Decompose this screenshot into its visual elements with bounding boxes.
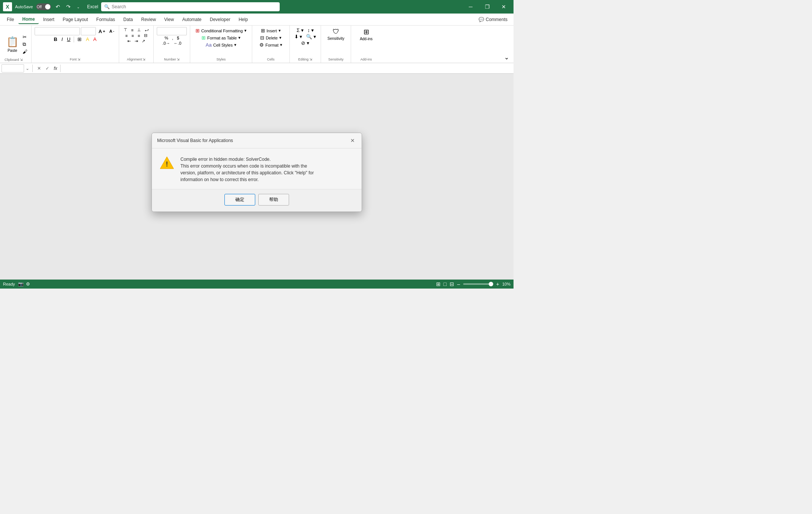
- formula-cancel-button[interactable]: ✕: [36, 65, 42, 72]
- align-middle-button[interactable]: ≡: [130, 27, 135, 33]
- align-left-button[interactable]: ≡: [124, 33, 129, 38]
- menu-automate[interactable]: Automate: [179, 15, 205, 24]
- ribbon-editing: Σ ▾ ↕ ▾ ⬇ ▾ 🔍 ▾ ⊘ ▾ Editing ⇲: [290, 26, 321, 63]
- format-as-table-button[interactable]: ⊞ Format as Table ▾: [199, 34, 243, 41]
- align-bottom-button[interactable]: ⊥: [136, 27, 142, 33]
- autosave-toggle[interactable]: Off: [36, 3, 51, 10]
- font-color-button[interactable]: A: [92, 36, 98, 42]
- sensitivity-group-label: Sensitivity: [328, 57, 344, 61]
- italic-button[interactable]: I: [60, 36, 64, 42]
- dialog-ok-button[interactable]: 确定: [224, 194, 255, 206]
- thousand-sep-button[interactable]: ,: [170, 35, 174, 41]
- dec-decrease-button[interactable]: .0→: [161, 41, 171, 46]
- formula-confirm-button[interactable]: ✓: [44, 65, 51, 72]
- indent-increase-button[interactable]: ⇥: [133, 38, 139, 44]
- dialog-help-button[interactable]: 帮助: [258, 194, 289, 206]
- sensitivity-label: Sensitivity: [327, 36, 344, 41]
- align-top-button[interactable]: ⊤: [122, 27, 129, 33]
- ribbon-alignment: ⊤ ≡ ⊥ ⮐ ≡ ≡ ≡ ⊟ ⇤ ⇥ ↗ Alignment ⇲: [119, 26, 154, 63]
- ribbon-addins: ⊞ Add-ins Add-ins: [351, 26, 381, 63]
- menu-page-layout[interactable]: Page Layout: [59, 15, 92, 24]
- dialog-overlay: Microsoft Visual Basic for Applications …: [0, 74, 514, 271]
- view-normal-button[interactable]: ⊞: [436, 281, 441, 287]
- view-layout-button[interactable]: ⊟: [450, 281, 454, 287]
- zoom-plus-icon[interactable]: +: [496, 281, 499, 287]
- underline-button[interactable]: U: [65, 36, 72, 42]
- undo-button[interactable]: ↶: [54, 3, 62, 11]
- comments-button[interactable]: 💬 Comments: [476, 15, 511, 24]
- wrap-text-button[interactable]: ⮐: [143, 27, 150, 33]
- percent-button[interactable]: %: [163, 35, 170, 41]
- restore-button[interactable]: ❐: [480, 0, 494, 14]
- menu-insert[interactable]: Insert: [39, 15, 58, 24]
- zoom-minus-icon[interactable]: –: [457, 281, 460, 287]
- format-painter-button[interactable]: 🖌: [21, 48, 29, 55]
- menu-review[interactable]: Review: [137, 15, 159, 24]
- menu-data[interactable]: Data: [120, 15, 136, 24]
- autosave-off-label: Off: [37, 5, 42, 9]
- font-shrink-button[interactable]: A-: [108, 29, 116, 34]
- sort-button[interactable]: ↕ ▾: [306, 27, 315, 33]
- paste-button[interactable]: 📋 Paste: [4, 27, 21, 61]
- alignment-expand-icon[interactable]: ⇲: [142, 57, 145, 61]
- menu-file[interactable]: File: [3, 15, 18, 24]
- fill-button[interactable]: ⬇ ▾: [293, 33, 304, 40]
- dialog-close-button[interactable]: ✕: [349, 137, 356, 144]
- clear-button[interactable]: ⊘ ▾: [300, 40, 311, 46]
- delete-button[interactable]: ⊟ Delete ▾: [258, 34, 284, 41]
- search-input[interactable]: [101, 2, 279, 11]
- name-box-expand[interactable]: ⌄: [26, 66, 29, 71]
- bold-button[interactable]: B: [52, 36, 59, 42]
- editing-expand-icon[interactable]: ⇲: [309, 57, 312, 61]
- font-grow-button[interactable]: A+: [97, 28, 107, 35]
- font-size-input[interactable]: [81, 27, 96, 35]
- number-expand-icon[interactable]: ⇲: [177, 57, 180, 61]
- cell-styles-label: Cell Styles: [213, 43, 233, 47]
- insert-button[interactable]: ⊞ Insert ▾: [259, 27, 283, 34]
- zoom-slider[interactable]: [463, 283, 493, 285]
- dec-increase-button[interactable]: ←.0: [172, 41, 183, 46]
- cell-styles-button[interactable]: Aa Cell Styles ▾: [203, 41, 239, 48]
- format-button[interactable]: ⚙ Format ▾: [257, 41, 285, 48]
- menu-view[interactable]: View: [161, 15, 178, 24]
- conditional-formatting-button[interactable]: ⊞ Conditional Formatting ▾: [193, 27, 249, 34]
- merge-button[interactable]: ⊟: [142, 33, 149, 38]
- orientation-button[interactable]: ↗: [140, 38, 147, 44]
- cut-button[interactable]: ✂: [21, 34, 29, 40]
- close-button[interactable]: ✕: [497, 0, 511, 14]
- macro-status-icon[interactable]: ⚙: [26, 281, 30, 287]
- font-expand-icon[interactable]: ⇲: [77, 57, 80, 61]
- sensitivity-button[interactable]: 🛡 Sensitivity: [326, 27, 346, 41]
- addins-button[interactable]: ⊞ Add-ins: [358, 27, 374, 42]
- zoom-thumb[interactable]: [489, 282, 493, 286]
- menu-help[interactable]: Help: [235, 15, 252, 24]
- camera-status-icon[interactable]: 📷: [18, 281, 24, 287]
- border-button[interactable]: ⊞: [76, 36, 83, 42]
- find-button[interactable]: 🔍 ▾: [304, 33, 318, 40]
- number-format-input[interactable]: [157, 27, 187, 35]
- formula-function-button[interactable]: fx: [52, 65, 59, 72]
- menu-formulas[interactable]: Formulas: [92, 15, 119, 24]
- indent-decrease-button[interactable]: ⇤: [126, 38, 132, 44]
- currency-button[interactable]: $: [176, 35, 181, 41]
- ribbon-expand-button[interactable]: ⌄: [503, 53, 511, 61]
- view-page-button[interactable]: □: [444, 281, 447, 287]
- dialog-titlebar: Microsoft Visual Basic for Applications …: [152, 133, 362, 148]
- minimize-button[interactable]: ─: [464, 0, 477, 14]
- menu-home[interactable]: Home: [18, 15, 38, 24]
- formula-input[interactable]: [62, 66, 512, 71]
- name-box[interactable]: [2, 64, 24, 73]
- fill-color-button[interactable]: A: [84, 36, 91, 42]
- quick-access-dropdown[interactable]: ⌄: [75, 4, 81, 10]
- cut-icon: ✂: [23, 34, 27, 40]
- clipboard-expand-icon[interactable]: ⇲: [20, 58, 23, 62]
- insert-dropdown: ▾: [279, 28, 281, 33]
- align-right-button[interactable]: ≡: [136, 33, 141, 38]
- menu-developer[interactable]: Developer: [206, 15, 234, 24]
- redo-button[interactable]: ↷: [65, 3, 72, 11]
- autosum-button[interactable]: Σ ▾: [295, 27, 305, 33]
- copy-button[interactable]: ⧉: [21, 41, 29, 48]
- status-bar: Ready 📷 ⚙ ⊞ □ ⊟ – + 10%: [0, 280, 514, 289]
- align-center-button[interactable]: ≡: [130, 33, 135, 38]
- font-name-input[interactable]: [35, 27, 80, 35]
